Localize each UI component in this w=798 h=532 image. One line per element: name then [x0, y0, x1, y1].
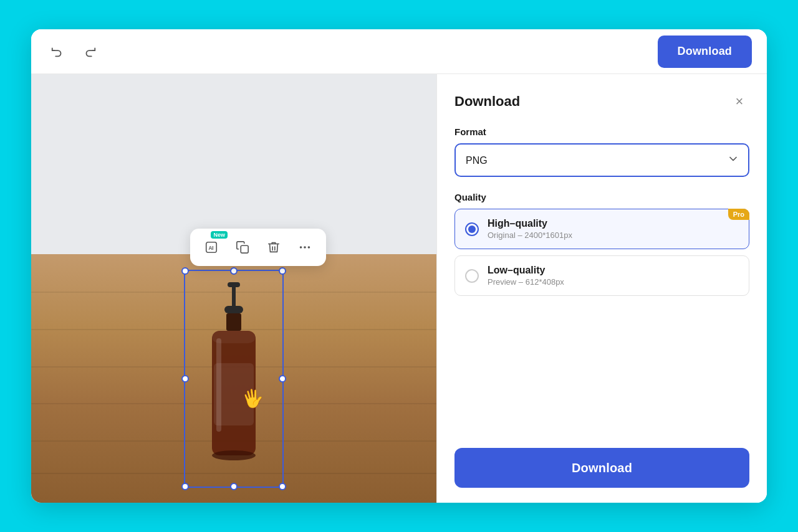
- copy-element-button[interactable]: [229, 234, 256, 261]
- svg-point-5: [309, 247, 310, 248]
- more-options-button[interactable]: [291, 234, 319, 261]
- quality-name-low: Low–quality: [488, 265, 564, 276]
- main-content: New AI: [31, 74, 767, 503]
- download-top-button[interactable]: Download: [658, 36, 752, 68]
- handle-bottom-right[interactable]: [279, 483, 286, 490]
- panel-title: Download: [454, 93, 520, 110]
- format-label: Format: [454, 126, 749, 137]
- svg-point-4: [304, 247, 305, 248]
- quality-text-low: Low–quality Preview – 612*408px: [488, 265, 564, 287]
- handle-top-left[interactable]: [181, 267, 189, 275]
- redo-icon: [83, 45, 97, 59]
- more-icon: [298, 240, 312, 254]
- svg-rect-2: [241, 245, 248, 253]
- redo-button[interactable]: [79, 40, 101, 63]
- canvas-area: New AI: [31, 74, 436, 503]
- quality-desc-high: Original – 2400*1601px: [488, 230, 572, 240]
- new-badge: New: [211, 231, 228, 239]
- format-select[interactable]: PNG JPG SVG PDF WEBP: [454, 143, 749, 177]
- handle-bottom-middle[interactable]: [230, 483, 238, 490]
- trash-icon: [267, 240, 281, 254]
- handle-top-right[interactable]: [279, 267, 286, 275]
- undo-button[interactable]: [46, 40, 69, 63]
- quality-option-low[interactable]: Low–quality Preview – 612*408px: [454, 255, 749, 296]
- floating-toolbar: New AI: [190, 229, 326, 266]
- format-select-wrapper: PNG JPG SVG PDF WEBP: [454, 143, 749, 177]
- pro-badge: Pro: [728, 209, 749, 220]
- close-panel-button[interactable]: ×: [729, 92, 749, 112]
- download-panel-button[interactable]: Download: [454, 448, 749, 488]
- bottle-with-selection[interactable]: [190, 282, 277, 482]
- selection-box: [184, 270, 284, 488]
- handle-top-middle[interactable]: [230, 267, 238, 275]
- app-window: Download New: [31, 29, 767, 503]
- handle-bottom-left[interactable]: [181, 483, 189, 490]
- toolbar: Download: [31, 29, 767, 74]
- quality-desc-low: Preview – 612*408px: [488, 277, 564, 287]
- svg-text:AI: AI: [208, 245, 213, 250]
- radio-high: [465, 222, 479, 236]
- handle-middle-right[interactable]: [279, 375, 286, 382]
- download-panel: Download × Format PNG JPG SVG PDF WEBP: [436, 74, 767, 503]
- quality-label: Quality: [454, 192, 749, 202]
- undo-icon: [50, 45, 64, 59]
- radio-inner-high: [468, 226, 476, 233]
- quality-text-high: High–quality Original – 2400*1601px: [488, 218, 572, 240]
- svg-point-3: [300, 247, 302, 248]
- handle-middle-left[interactable]: [181, 375, 189, 382]
- radio-low: [465, 269, 479, 283]
- panel-header: Download ×: [454, 92, 749, 112]
- quality-option-high[interactable]: High–quality Original – 2400*1601px Pro: [454, 209, 749, 249]
- ai-button[interactable]: New AI: [198, 234, 225, 261]
- toolbar-left: [46, 40, 101, 63]
- delete-element-button[interactable]: [260, 234, 287, 261]
- ai-icon: AI: [204, 240, 218, 254]
- copy-icon: [236, 240, 249, 254]
- quality-options: High–quality Original – 2400*1601px Pro …: [454, 209, 749, 296]
- quality-name-high: High–quality: [488, 218, 572, 229]
- panel-spacer: [454, 311, 749, 448]
